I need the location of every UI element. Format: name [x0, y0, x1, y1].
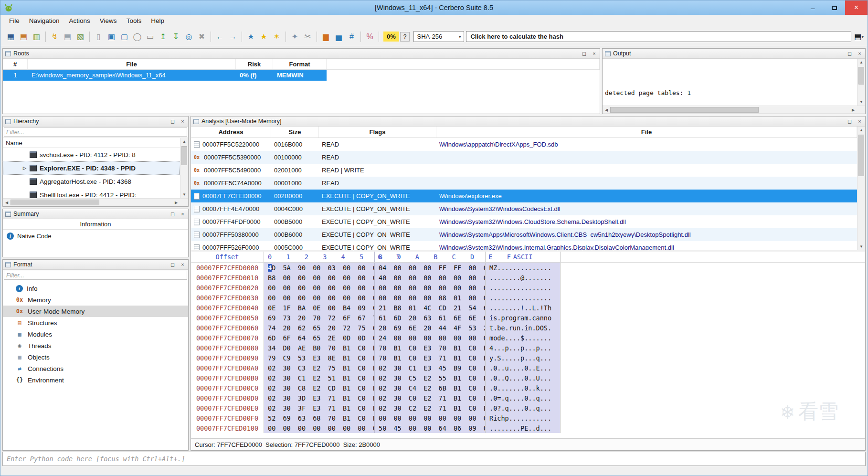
- hierarchy-filter-input[interactable]: [4, 127, 187, 137]
- format-item-info[interactable]: i Info: [3, 283, 188, 294]
- hash-input[interactable]: Click here to calculate the hash: [466, 31, 851, 42]
- scroll-left-icon[interactable]: ◀: [603, 106, 610, 114]
- close-panel-button[interactable]: ×: [180, 262, 186, 268]
- copy-file-icon[interactable]: ▤: [61, 31, 74, 43]
- float-panel-button[interactable]: ◻: [847, 118, 853, 125]
- format-item-structures[interactable]: ▤ Structures: [3, 317, 188, 328]
- summary-item[interactable]: i Native Code: [3, 230, 188, 242]
- table-row[interactable]: 0x 00007FF5C5220000 0016B000 READ \Windo…: [191, 138, 857, 151]
- menu-actions[interactable]: Actions: [64, 15, 95, 26]
- tree-item[interactable]: ▷ svchost.exe - PID: 4112 - PPID: 8: [3, 148, 180, 161]
- hex-row[interactable]: 00007FF7CFED00E0 02 30 3F E3 71 B1 C0 E3…: [191, 403, 865, 413]
- hex-ascii[interactable]: mode....$.......: [485, 333, 561, 343]
- table-row[interactable]: 0x 00007FFF526F0000 0005C000 EXECUTE | C…: [191, 241, 857, 250]
- rescan-icon[interactable]: ↯: [48, 31, 61, 43]
- hex-ascii[interactable]: MZ..............: [485, 263, 561, 273]
- float-panel-button[interactable]: ◻: [169, 211, 176, 217]
- hex-bytes-low[interactable]: 00 00 00 00 00 00 00 00: [264, 423, 374, 433]
- hex-bytes-low[interactable]: 34 D0 AE B0 70 B1 C0 E3: [264, 343, 374, 353]
- ellipse-select-icon[interactable]: ◯: [131, 31, 144, 43]
- tree-column-header[interactable]: Name: [3, 138, 180, 148]
- scrollbar-thumb[interactable]: [858, 135, 864, 176]
- hex-ascii[interactable]: ........PE..d...: [485, 423, 561, 433]
- table-row[interactable]: 0x 00007FF7CFED0000 002B0000 EXECUTE | C…: [191, 190, 857, 202]
- hex-bytes-high[interactable]: 40 00 00 00 00 00 00 00: [374, 273, 485, 283]
- move-down-icon[interactable]: ↧: [169, 31, 182, 43]
- scrollbar-thumb[interactable]: [858, 67, 864, 85]
- float-panel-button[interactable]: ◻: [581, 51, 587, 57]
- hex-bytes-high[interactable]: 21 B8 01 4C CD 21 54 68: [374, 303, 485, 313]
- close-button[interactable]: ×: [845, 0, 868, 15]
- format-item-connections[interactable]: ⇄ Connections: [3, 363, 188, 374]
- close-panel-button[interactable]: ×: [591, 51, 597, 57]
- forward-icon[interactable]: →: [226, 31, 239, 43]
- table-row[interactable]: 0x 00007FF5C74A0000 00001000 READ: [191, 177, 857, 190]
- hex-bytes-high[interactable]: 02 30 C5 E2 55 B1 C0 E3: [374, 373, 485, 383]
- menu-file[interactable]: File: [4, 15, 24, 26]
- load-report-icon[interactable]: ▥: [30, 31, 43, 43]
- column-header-num[interactable]: #: [3, 59, 28, 69]
- hex-ascii[interactable]: .0..u....0..E...: [485, 363, 561, 373]
- hex-ascii[interactable]: .0..Q....0..U...: [485, 373, 561, 383]
- close-panel-button[interactable]: ×: [857, 51, 863, 57]
- preview-icon[interactable]: ▣: [105, 31, 118, 43]
- column-header-flags[interactable]: Flags: [319, 127, 436, 138]
- hex-ascii[interactable]: 4...p...p...p...: [485, 343, 561, 353]
- rect-select-icon[interactable]: ▭: [144, 31, 157, 43]
- scroll-up-icon[interactable]: ▲: [857, 127, 865, 134]
- hex-bytes-high[interactable]: 61 6D 20 63 61 6E 6E 6F: [374, 313, 485, 323]
- table-row[interactable]: 0x 00007FF5C5490000 02001000 READ | WRIT…: [191, 164, 857, 177]
- hex-bytes-high[interactable]: 00 00 00 00 00 00 00 00: [374, 413, 485, 423]
- hex-bytes-high[interactable]: 20 69 6E 20 44 4F 53 20: [374, 323, 485, 333]
- hex-row[interactable]: 00007FF7CFED0050 69 73 20 70 72 6F 67 72…: [191, 313, 865, 323]
- table-row[interactable]: 0x 00007FFF4FDF0000 000B5000 EXECUTE | C…: [191, 215, 857, 228]
- hash-algorithm-select[interactable]: SHA-256 ▾: [413, 31, 464, 42]
- scroll-right-icon[interactable]: ▶: [172, 199, 180, 206]
- clipboard-icon[interactable]: ▯: [92, 31, 105, 43]
- hex-bytes-low[interactable]: 0E 1F BA 0E 00 B4 09 CD: [264, 303, 374, 313]
- bookmark-blue-icon[interactable]: ★: [244, 31, 257, 43]
- column-header-size[interactable]: Size: [271, 127, 319, 138]
- risk-help-button[interactable]: ?: [400, 32, 410, 42]
- hex-bytes-low[interactable]: 02 30 3F E3 71 B1 C0 E3: [264, 403, 374, 413]
- hex-row[interactable]: 00007FF7CFED0100 00 00 00 00 00 00 00 00…: [191, 423, 865, 433]
- float-panel-button[interactable]: ◻: [169, 118, 176, 125]
- hex-bytes-high[interactable]: 02 30 C0 E2 71 B1 C0 E3: [374, 393, 485, 403]
- hex-row[interactable]: 00007FF7CFED0020 00 00 00 00 00 00 00 00…: [191, 283, 865, 293]
- hex-bytes-high[interactable]: 70 B1 C0 E3 70 B1 C0 E3: [374, 343, 485, 353]
- hex-row[interactable]: 00007FF7CFED00D0 02 30 3D E3 71 B1 C0 E3…: [191, 393, 865, 403]
- python-input[interactable]: [3, 455, 865, 463]
- float-panel-button[interactable]: ◻: [847, 51, 853, 57]
- scroll-left-icon[interactable]: ◀: [3, 199, 11, 206]
- hex-bytes-high[interactable]: 02 30 C2 E2 71 B1 C0 E3: [374, 403, 485, 413]
- scroll-down-icon[interactable]: ▼: [857, 98, 865, 106]
- hex-bytes-high[interactable]: 02 30 C4 E2 6B B1 C0 E3: [374, 383, 485, 393]
- hex-row[interactable]: 00007FF7CFED0060 74 20 62 65 20 72 75 6E…: [191, 323, 865, 333]
- maximize-button[interactable]: [824, 0, 845, 15]
- close-panel-button[interactable]: ×: [180, 118, 186, 125]
- scrollbar-thumb[interactable]: [181, 146, 187, 165]
- menu-navigation[interactable]: Navigation: [24, 15, 64, 26]
- expander-icon[interactable]: ▷: [23, 166, 30, 170]
- scroll-right-icon[interactable]: ▶: [849, 106, 857, 114]
- hex-ascii[interactable]: ........!..L.!Th: [485, 303, 561, 313]
- hex-row[interactable]: 00007FF7CFED0000 4D 5A 90 00 03 00 00 00…: [191, 263, 865, 273]
- keys-icon[interactable]: ✦: [288, 31, 301, 43]
- format-item-objects[interactable]: ▦ Objects: [3, 351, 188, 363]
- hex-ascii[interactable]: ................: [485, 293, 561, 303]
- column-header-file[interactable]: File: [28, 59, 236, 69]
- stop-icon[interactable]: ✖: [195, 31, 208, 43]
- hex-bytes-high[interactable]: 24 00 00 00 00 00 00 00: [374, 333, 485, 343]
- hex-bytes-low[interactable]: 02 30 3D E3 71 B1 C0 E3: [264, 393, 374, 403]
- scroll-up-icon[interactable]: ▲: [180, 138, 188, 145]
- hex-bytes-high[interactable]: 04 00 00 00 FF FF 00 00: [374, 263, 485, 273]
- hex-row[interactable]: 00007FF7CFED00F0 52 69 63 68 70 B1 C0 E3…: [191, 413, 865, 423]
- hex-bytes-low[interactable]: 00 00 00 00 00 00 00 00: [264, 293, 374, 303]
- hex-row[interactable]: 00007FF7CFED00C0 02 30 C8 E2 CD B1 C0 E3…: [191, 383, 865, 393]
- format-item-modules[interactable]: ▦ Modules: [3, 328, 188, 340]
- column-header-address[interactable]: Address: [191, 127, 271, 138]
- format-item-user-mode-memory[interactable]: 0x User-Mode Memory: [3, 306, 188, 317]
- bookmark-add-icon[interactable]: ✶: [270, 31, 283, 43]
- back-icon[interactable]: ←: [213, 31, 226, 43]
- scroll-up-icon[interactable]: ▲: [857, 59, 865, 66]
